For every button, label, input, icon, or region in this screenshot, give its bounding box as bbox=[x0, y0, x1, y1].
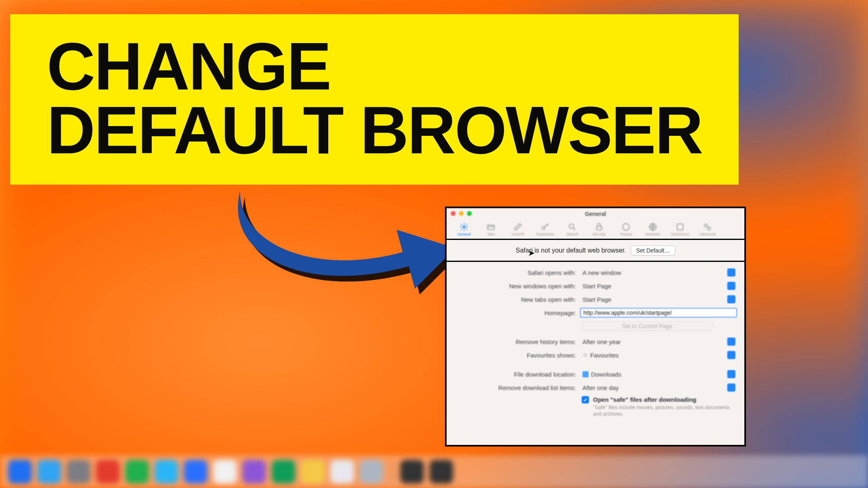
favourites-dropdown[interactable]: ☆Favourites bbox=[580, 350, 737, 360]
svg-point-2 bbox=[542, 227, 545, 229]
chevron-updown-icon bbox=[727, 268, 735, 277]
tab-general[interactable]: General bbox=[456, 222, 473, 236]
star-icon: ☆ bbox=[582, 351, 588, 359]
chevron-updown-icon bbox=[727, 338, 735, 346]
dock-separator bbox=[391, 462, 392, 482]
dock-app-icon[interactable] bbox=[430, 460, 453, 484]
homepage-label: Homepage: bbox=[454, 309, 576, 316]
tab-passwords[interactable]: Passwords bbox=[536, 222, 554, 236]
pencil-icon bbox=[513, 222, 523, 232]
key-icon bbox=[540, 222, 550, 232]
dock-app-icon[interactable] bbox=[360, 460, 383, 484]
chevron-updown-icon bbox=[727, 370, 735, 378]
set-current-page-button[interactable]: Set to Current Page bbox=[582, 321, 713, 331]
svg-point-0 bbox=[463, 226, 465, 228]
dock-app-icon[interactable] bbox=[184, 460, 207, 484]
open-safe-files-description: "Safe" files include movies, pictures, s… bbox=[593, 404, 737, 418]
maximize-window-button[interactable] bbox=[467, 211, 472, 216]
dock-app-icon[interactable] bbox=[400, 460, 424, 484]
dock-app-icon[interactable] bbox=[213, 460, 237, 484]
lock-icon bbox=[594, 222, 604, 232]
general-pane-content: Safari opens with: A new window New wind… bbox=[447, 262, 744, 418]
gears-icon bbox=[702, 222, 712, 232]
open-safe-files-checkbox[interactable]: ✓ bbox=[582, 396, 589, 403]
dock-app-icon[interactable] bbox=[96, 460, 120, 484]
svg-point-8 bbox=[704, 224, 707, 227]
title-banner: CHANGE DEFAULT BROWSER bbox=[10, 14, 739, 185]
close-window-button[interactable] bbox=[451, 211, 456, 216]
dock-app-icon[interactable] bbox=[67, 460, 90, 484]
dock-app-icon[interactable] bbox=[301, 460, 325, 484]
chevron-updown-icon bbox=[727, 383, 735, 392]
dock-app-icon[interactable] bbox=[37, 460, 61, 484]
window-title: General bbox=[585, 211, 606, 217]
dock-app-icon[interactable] bbox=[272, 460, 295, 484]
remove-downloads-label: Remove download list items: bbox=[454, 384, 576, 391]
tab-advanced[interactable]: Advanced bbox=[699, 222, 716, 236]
new-tabs-dropdown[interactable]: Start Page bbox=[580, 294, 737, 304]
tab-privacy[interactable]: Privacy bbox=[617, 222, 635, 236]
svg-rect-1 bbox=[488, 225, 495, 229]
tabs-icon bbox=[486, 222, 496, 232]
svg-point-3 bbox=[569, 224, 574, 229]
homepage-input[interactable] bbox=[580, 308, 737, 318]
cursor-icon: ➤ bbox=[528, 248, 535, 258]
svg-rect-7 bbox=[677, 224, 683, 230]
tab-websites[interactable]: Websites bbox=[644, 222, 661, 236]
new-windows-dropdown[interactable]: Start Page bbox=[580, 281, 737, 291]
folder-icon bbox=[582, 371, 589, 377]
window-titlebar[interactable]: General bbox=[447, 208, 744, 220]
gear-icon bbox=[459, 222, 469, 232]
macos-dock[interactable] bbox=[0, 455, 868, 488]
search-icon bbox=[567, 222, 577, 232]
dock-app-icon[interactable] bbox=[155, 460, 178, 484]
default-browser-banner: ➤ Safari is not your default web browser… bbox=[447, 240, 744, 262]
svg-rect-4 bbox=[597, 227, 602, 230]
chevron-updown-icon bbox=[727, 295, 735, 303]
tab-tabs[interactable]: Tabs bbox=[482, 222, 499, 236]
chevron-updown-icon bbox=[727, 351, 735, 359]
minimize-window-button[interactable] bbox=[459, 211, 464, 216]
title-line1: CHANGE bbox=[47, 35, 702, 98]
traffic-lights[interactable] bbox=[451, 211, 472, 216]
tab-autofill[interactable]: AutoFill bbox=[509, 222, 526, 236]
svg-point-5 bbox=[623, 224, 630, 231]
puzzle-icon bbox=[675, 222, 685, 232]
set-default-button[interactable]: Set Default… bbox=[631, 246, 675, 255]
dock-app-icon[interactable] bbox=[8, 460, 32, 484]
new-tabs-label: New tabs open with: bbox=[454, 296, 576, 303]
globe-icon bbox=[648, 222, 658, 232]
title-line2: DEFAULT BROWSER bbox=[47, 98, 702, 162]
favourites-label: Favourites shows: bbox=[454, 352, 576, 359]
remove-history-label: Remove history items: bbox=[454, 338, 576, 345]
download-location-dropdown[interactable]: Downloads bbox=[580, 369, 737, 379]
chevron-updown-icon bbox=[727, 282, 735, 290]
download-location-label: File download location: bbox=[454, 371, 576, 378]
dock-app-icon[interactable] bbox=[330, 460, 354, 484]
safari-opens-dropdown[interactable]: A new window bbox=[580, 268, 737, 277]
open-safe-files-label: Open "safe" files after downloading bbox=[593, 396, 696, 403]
safari-opens-label: Safari opens with: bbox=[454, 269, 576, 276]
new-windows-label: New windows open with: bbox=[454, 283, 576, 290]
preferences-toolbar: General Tabs AutoFill Passwords Search S… bbox=[447, 220, 744, 240]
remove-history-dropdown[interactable]: After one year bbox=[580, 337, 737, 346]
dock-app-icon[interactable] bbox=[242, 460, 266, 484]
safari-preferences-window: General General Tabs AutoFill Passwords … bbox=[445, 207, 746, 447]
tab-security[interactable]: Security bbox=[591, 222, 608, 236]
remove-downloads-dropdown[interactable]: After one day bbox=[580, 383, 737, 392]
tab-search[interactable]: Search bbox=[564, 222, 581, 236]
tab-extensions[interactable]: Extensions bbox=[671, 222, 689, 236]
dock-app-icon[interactable] bbox=[125, 460, 149, 484]
svg-point-9 bbox=[707, 227, 710, 230]
hand-icon bbox=[621, 222, 631, 232]
arrow-annotation bbox=[228, 183, 464, 297]
